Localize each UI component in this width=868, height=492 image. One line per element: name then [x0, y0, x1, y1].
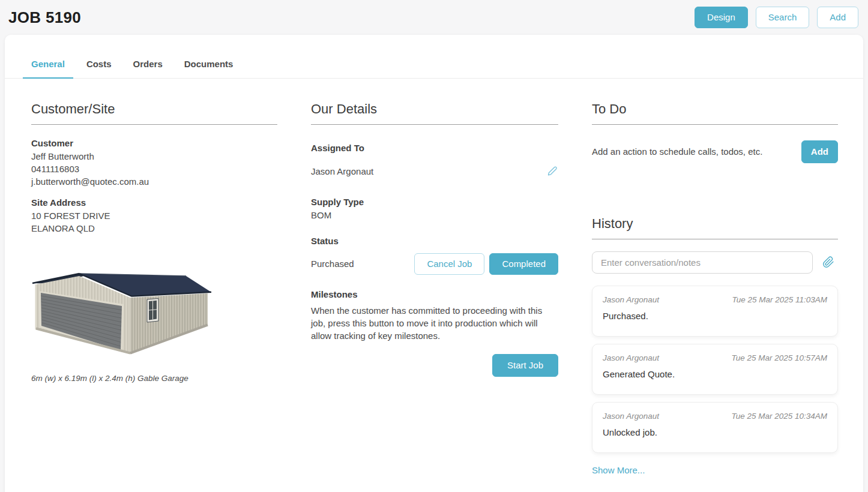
design-button[interactable]: Design: [695, 7, 748, 28]
milestones-description: When the customer has committed to proce…: [311, 304, 558, 342]
our-details-section: Our Details Assigned To Jason Argonaut S…: [311, 101, 558, 476]
history-entry-meta: Jason Argonaut Tue 25 Mar 2025 10:34AM: [603, 412, 827, 421]
history-entry-timestamp: Tue 25 Mar 2025 10:57AM: [731, 353, 827, 362]
topbar-buttons: Design Search Add: [695, 7, 858, 28]
status-label: Status: [311, 236, 558, 246]
status-value: Purchased: [311, 257, 354, 270]
edit-pencil-icon[interactable]: [546, 165, 558, 177]
todo-section: To Do Add an action to schedule calls, t…: [592, 101, 838, 163]
tab-orders[interactable]: Orders: [125, 55, 171, 78]
cancel-job-button[interactable]: Cancel Job: [414, 253, 484, 275]
site-address-line1: 10 FOREST DRIVE: [31, 209, 277, 222]
job-detail-card: General Costs Orders Documents Customer/…: [5, 35, 863, 492]
history-entry-card: Jason Argonaut Tue 25 Mar 2025 10:34AM U…: [592, 402, 838, 453]
tab-costs[interactable]: Costs: [78, 55, 120, 78]
gable-garage-illustration: [31, 267, 212, 362]
supply-type-label: Supply Type: [311, 197, 558, 207]
start-job-button[interactable]: Start Job: [492, 354, 558, 377]
history-entry-card: Jason Argonaut Tue 25 Mar 2025 10:57AM G…: [592, 344, 838, 395]
our-details-heading: Our Details: [311, 101, 558, 125]
history-entry-timestamp: Tue 25 Mar 2025 10:34AM: [731, 412, 827, 421]
history-entry-timestamp: Tue 25 Mar 2025 11:03AM: [732, 295, 827, 304]
assigned-to-label: Assigned To: [311, 143, 558, 153]
history-entry-card: Jason Argonaut Tue 25 Mar 2025 11:03AM P…: [592, 286, 838, 337]
site-address-label: Site Address: [31, 197, 277, 208]
history-input-row: [592, 251, 838, 274]
todo-history-column: To Do Add an action to schedule calls, t…: [592, 101, 838, 476]
history-entry-text: Purchased.: [603, 311, 827, 321]
history-entry-author: Jason Argonaut: [603, 353, 659, 362]
customer-phone: 0411116803: [31, 163, 277, 175]
history-entry-meta: Jason Argonaut Tue 25 Mar 2025 11:03AM: [603, 295, 827, 304]
history-entry-text: Generated Quote.: [603, 369, 827, 379]
completed-button[interactable]: Completed: [489, 253, 558, 275]
building-caption: 6m (w) x 6.19m (l) x 2.4m (h) Gable Gara…: [31, 374, 277, 383]
history-entry-author: Jason Argonaut: [603, 412, 659, 421]
customer-name: Jeff Butterworth: [31, 150, 277, 163]
history-entry-text: Unlocked job.: [603, 427, 827, 437]
customer-site-section: Customer/Site Customer Jeff Butterworth …: [31, 101, 277, 476]
content-grid: Customer/Site Customer Jeff Butterworth …: [5, 79, 863, 476]
todo-hint-text: Add an action to schedule calls, todos, …: [592, 146, 762, 157]
status-buttons: Cancel Job Completed: [414, 253, 558, 275]
todo-add-row: Add an action to schedule calls, todos, …: [592, 140, 838, 163]
history-heading: History: [592, 216, 838, 239]
attachment-paperclip-icon[interactable]: [822, 256, 834, 268]
topbar: JOB 5190 Design Search Add: [0, 0, 868, 35]
milestones-label: Milestones: [311, 289, 558, 299]
history-entry-meta: Jason Argonaut Tue 25 Mar 2025 10:57AM: [603, 353, 827, 362]
site-address-line2: ELANORA QLD: [31, 222, 277, 235]
assigned-to-value: Jason Argonaut: [311, 165, 373, 178]
customer-email: j.butterworth@quotec.com.au: [31, 175, 277, 188]
status-row: Purchased Cancel Job Completed: [311, 253, 558, 275]
todo-add-button[interactable]: Add: [801, 140, 838, 163]
search-button[interactable]: Search: [756, 7, 810, 28]
show-more-link[interactable]: Show More...: [592, 465, 645, 475]
history-entry-author: Jason Argonaut: [603, 295, 659, 304]
tab-documents[interactable]: Documents: [176, 55, 242, 78]
start-job-row: Start Job: [311, 354, 558, 377]
tab-general[interactable]: General: [23, 55, 73, 79]
todo-heading: To Do: [592, 101, 838, 125]
page-title: JOB 5190: [8, 8, 81, 27]
customer-label: Customer: [31, 138, 277, 148]
tab-bar: General Costs Orders Documents: [5, 35, 863, 79]
customer-site-heading: Customer/Site: [31, 101, 277, 125]
history-section: History Jason Argonaut Tue 25 Mar 2025 1…: [592, 216, 838, 476]
supply-type-value: BOM: [311, 209, 558, 221]
assigned-to-row: Jason Argonaut: [311, 165, 558, 178]
add-button[interactable]: Add: [817, 7, 858, 28]
conversation-notes-input[interactable]: [592, 251, 813, 274]
building-render-image: [31, 267, 277, 364]
